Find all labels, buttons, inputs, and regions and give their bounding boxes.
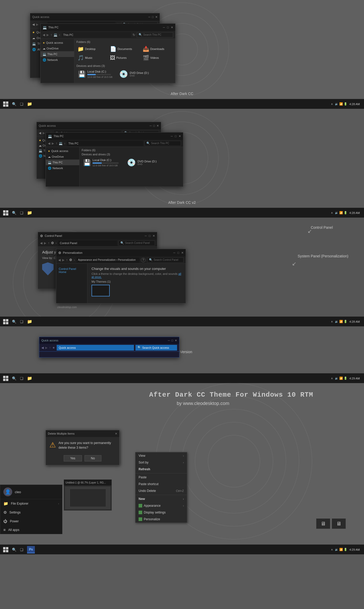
taskbar-5-taskview-icon[interactable]: ❑	[20, 548, 23, 552]
front-sidebar-quickaccess[interactable]: ★Quick access	[41, 40, 74, 46]
windows-start-btn-1[interactable]	[3, 102, 8, 107]
taskbar-4-folder-icon[interactable]: 📁	[27, 376, 32, 381]
ctx-undo-delete[interactable]: Undo Delete Ctrl+Z	[135, 487, 187, 494]
windows-start-btn-4[interactable]	[3, 376, 8, 381]
taskbar-2-taskview-icon[interactable]: ❑	[20, 211, 23, 215]
ctx-sort-by[interactable]: Sort by ›	[135, 459, 187, 466]
start-item-file-explorer[interactable]: 📁 File Explorer ›	[0, 499, 62, 508]
ctx-new[interactable]: New ›	[135, 496, 187, 502]
taskbar-4-search-icon[interactable]: 🔍	[12, 376, 16, 380]
taskbar-3-taskview-icon[interactable]: ❑	[20, 320, 23, 324]
windows-start-btn-3[interactable]	[3, 319, 8, 324]
windows-start-btn-2[interactable]	[3, 210, 8, 215]
folder-documents[interactable]: 📄 Documents	[109, 45, 140, 53]
person-minimize-icon[interactable]: ─	[173, 251, 176, 254]
front-sidebar-onedrive[interactable]: ☁OneDrive	[41, 46, 74, 51]
folder-music[interactable]: 🎵 Music	[76, 54, 108, 62]
back-window-controls[interactable]: ─ □ ✕	[148, 15, 158, 19]
cp-search-box[interactable]: 🔍 Search Control Panel	[119, 240, 155, 246]
taskbar-4-tray-arrow[interactable]: ∧	[331, 377, 333, 380]
taskbar-5-tray-arrow[interactable]: ∧	[331, 548, 333, 551]
v2-front-net[interactable]: 🌐Network	[46, 165, 79, 171]
v2-maximize-icon[interactable]: □	[175, 135, 177, 138]
blue-nav-fwd[interactable]: ▶	[45, 346, 48, 350]
v2-front-nav-back[interactable]: ◀	[48, 142, 50, 145]
cp-minimize-icon[interactable]: ─	[145, 234, 147, 237]
v2-back-nav-fwd[interactable]: ▶	[43, 131, 45, 135]
drive-d[interactable]: 💿 DVD Drive (D:) DVD	[118, 69, 150, 79]
person-theme-preview[interactable]	[92, 285, 110, 296]
blue-search[interactable]: 🔍 Search Quick access	[135, 345, 177, 351]
person-path-box[interactable]: Appearance and Personalization › Persona…	[76, 257, 139, 263]
folder-pictures[interactable]: 🖼 Pictures	[109, 54, 140, 62]
taskbar-1-taskview-icon[interactable]: ❑	[20, 102, 23, 106]
start-item-settings[interactable]: ⚙ Settings	[0, 508, 62, 517]
start-item-power[interactable]: ⏻ Power	[0, 517, 62, 525]
taskbar-2-folder-icon[interactable]: 📁	[27, 210, 32, 215]
person-controls[interactable]: ─ □ ✕	[173, 251, 184, 255]
ctx-personalize[interactable]: Personalize	[135, 516, 187, 523]
taskbar-3-folder-icon[interactable]: 📁	[27, 319, 32, 324]
taskbar-1-search-icon[interactable]: 🔍	[12, 102, 16, 106]
person-nav-fwd[interactable]: ▶	[62, 258, 64, 262]
cp-nav-fwd[interactable]: ▶	[44, 241, 46, 245]
cp-maximize-icon[interactable]: □	[149, 234, 151, 237]
back-nav-fwd[interactable]: ▶	[36, 23, 38, 26]
blue-path[interactable]: Quick access	[57, 345, 134, 351]
drive-c[interactable]: 💾 Local Disk (C:) 12.6 GB free of 19.5 G…	[76, 69, 115, 79]
person-maximize-icon[interactable]: □	[177, 251, 179, 254]
person-search-box[interactable]: 🔍 Search Control Panel	[147, 257, 184, 263]
front-nav-back[interactable]: ◀	[43, 33, 45, 37]
taskbar-5-search-icon[interactable]: 🔍	[12, 548, 16, 552]
blue-controls[interactable]: ─ □ ✕	[168, 339, 177, 342]
v2-front-od[interactable]: ☁OneDrive	[46, 154, 79, 160]
v2-drive-d[interactable]: 💿 DVD Drive (D:) DVD	[125, 157, 158, 168]
taskbar-4-taskview-icon[interactable]: ❑	[20, 376, 23, 380]
v2-front-controls[interactable]: ─ □ ✕	[171, 135, 181, 138]
v2-back-nav-back[interactable]: ◀	[39, 131, 41, 135]
taskbar-1-folder-icon[interactable]: 📁	[27, 102, 32, 106]
v2-close-icon[interactable]: ✕	[179, 135, 181, 138]
folder-videos[interactable]: 🎬 Videos	[142, 54, 173, 62]
blue-nav-up[interactable]: ↑	[49, 346, 51, 350]
v2-front-path-box[interactable]: This PC	[67, 141, 143, 146]
v2-front-nav-up[interactable]: ↑	[56, 142, 57, 145]
ctx-view[interactable]: View ›	[135, 452, 187, 459]
cp-close-icon[interactable]: ✕	[153, 234, 155, 238]
front-path-box[interactable]: This PC	[62, 32, 131, 37]
front-refresh[interactable]: ↻	[133, 33, 135, 37]
taskbar-2-tray-arrow[interactable]: ∧	[331, 211, 333, 214]
folder-desktop[interactable]: 📁 Desktop	[76, 45, 108, 53]
folder-downloads[interactable]: 📥 Downloads	[142, 45, 173, 53]
person-nav-up[interactable]: ↑	[66, 258, 68, 262]
delete-dialog-close[interactable]: ✕	[115, 432, 117, 435]
cp-nav-back[interactable]: ◀	[40, 241, 42, 245]
v2-front-search[interactable]: 🔍 Search This PC	[145, 141, 181, 146]
v2-drive-c[interactable]: 💾 Local Disk (C:) 12.6 GB free of 19.5 G…	[82, 158, 123, 168]
ctx-display-settings[interactable]: Display settings	[135, 509, 187, 516]
minimize-icon[interactable]: ─	[163, 26, 165, 29]
front-sidebar-network[interactable]: 🌐Network	[41, 57, 74, 63]
person-home-link[interactable]: Control Panel Home	[56, 266, 87, 275]
v2-front-qa[interactable]: ★Quick access	[46, 148, 79, 154]
start-item-all-apps[interactable]: ≡ All apps	[0, 525, 62, 534]
back-nav-back[interactable]: ◀	[32, 23, 35, 26]
ctx-refresh[interactable]: Refresh	[135, 466, 187, 473]
v2-back-controls[interactable]: ─□✕	[150, 124, 159, 128]
person-help-icon[interactable]: ?	[141, 258, 146, 262]
maximize-icon[interactable]: □	[167, 26, 169, 29]
ctx-paste-shortcut[interactable]: Paste shortcut	[135, 481, 187, 487]
cp-path-box[interactable]: Control Panel	[58, 240, 117, 246]
blue-nav-back[interactable]: ◀	[41, 346, 44, 350]
ctx-paste[interactable]: Paste	[135, 474, 187, 481]
person-close-icon[interactable]: ✕	[181, 251, 184, 255]
front-search-box[interactable]: 🔍 Search This PC	[137, 32, 173, 37]
front-nav-fwd[interactable]: ▶	[47, 33, 49, 37]
front-nav-up[interactable]: ↑	[50, 33, 52, 37]
taskbar-5-ps-btn[interactable]: Ps	[27, 546, 35, 553]
v2-minimize-icon[interactable]: ─	[171, 135, 173, 138]
front-window-controls[interactable]: ─ □ ✕	[163, 26, 173, 29]
ctx-appearance[interactable]: Appearance ›	[135, 502, 187, 509]
taskbar-1-tray-arrow[interactable]: ∧	[331, 103, 333, 105]
cp-nav-up[interactable]: ↑	[48, 241, 49, 245]
